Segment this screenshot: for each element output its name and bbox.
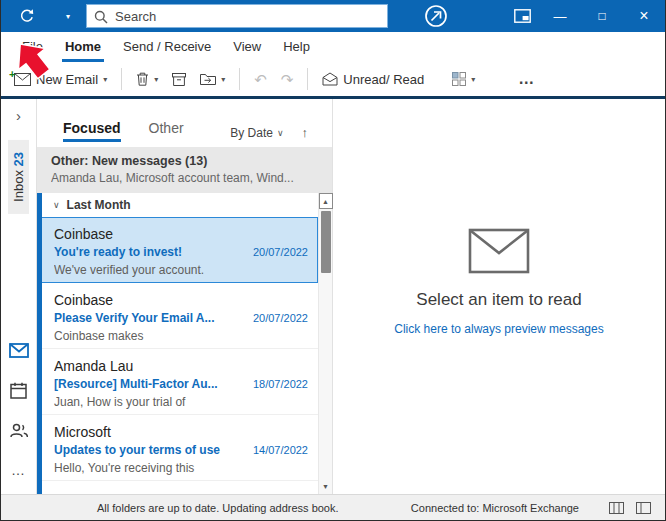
list-scrollbar[interactable]: ▲ ▼ [318,193,332,494]
menu-tab-file[interactable]: File [11,39,54,62]
menu-tab-help[interactable]: Help [272,39,321,62]
archive-icon [172,73,186,86]
email-preview: Juan, How is your trial of [54,395,308,410]
empty-state-title: Select an item to read [416,290,581,310]
send-receive-button[interactable] [14,3,40,29]
banner-title: Other: New messages (13) [51,154,320,168]
people-nav-button[interactable] [7,420,31,440]
calendar-icon [10,382,27,399]
delete-button[interactable]: ▾ [129,67,165,91]
inbox-vertical-tab[interactable]: Inbox 23 [8,140,29,214]
email-date: 18/07/2022 [253,378,308,390]
pip-icon [514,9,531,23]
status-connection-text: Connected to: Microsoft Exchange [411,502,579,514]
move-to-button[interactable]: ▾ [193,68,232,90]
calendar-nav-button[interactable] [7,380,31,400]
titlebar-right-controls: — □ × [419,0,665,32]
scroll-down-button[interactable]: ▼ [319,478,333,494]
mail-nav-button[interactable] [7,340,31,360]
email-preview: Hello, You're receiving this [54,461,308,476]
chevron-down-icon: ▾ [103,75,107,84]
reply-button[interactable]: ↶ [247,67,274,92]
trash-icon [136,72,149,86]
envelope-icon [14,73,31,86]
email-subject: Please Verify Your Email A... [54,311,245,326]
ribbon-toolbar: + New Email ▾ ▾ ▾ ↶ ↷ Unread/ Read [1,62,665,96]
move-folder-icon [200,73,216,85]
inbox-unread-count: 23 [11,152,26,166]
new-email-label: New Email [36,72,98,87]
forward-button[interactable]: ↷ [274,67,301,92]
email-sender: Coinbase [54,225,308,243]
unread-read-button[interactable]: Unread/ Read [315,67,431,92]
email-sender: Coinbase [54,291,308,309]
module-switcher: … [7,340,31,480]
quick-access-toolbar: ▾ [1,3,70,29]
email-subject: Updates to your terms of use [54,443,245,458]
archive-button[interactable] [165,68,193,91]
sort-by-button[interactable]: By Date ∨ [230,126,283,140]
main-area: › Inbox 23 … Focused O [1,99,665,494]
email-row[interactable]: Microsoft Updates to your terms of use 1… [37,415,318,481]
maximize-button[interactable]: □ [581,0,623,32]
pip-button[interactable] [505,0,539,32]
minimize-button[interactable]: — [539,0,581,32]
new-plus-icon: + [9,68,15,80]
group-header-last-month[interactable]: ∨ Last Month [37,193,332,217]
email-subject: You're ready to invest! [54,245,245,260]
email-date: 20/07/2022 [253,312,308,324]
scroll-up-button[interactable]: ▲ [319,193,333,209]
tab-focused[interactable]: Focused [63,120,121,140]
sync-icon [19,8,35,24]
always-preview-link[interactable]: Click here to always preview messages [394,322,603,336]
ribbon-separator [121,68,122,90]
coming-soon-button[interactable] [419,0,453,32]
collapse-chevron-icon: ∨ [53,200,60,210]
chevron-down-icon: ▾ [154,75,158,84]
email-rows: Coinbase You're ready to invest! 20/07/2… [37,217,318,481]
ribbon-separator [239,68,240,90]
other-inbox-banner[interactable]: Other: New messages (13) Amanda Lau, Mic… [37,147,332,193]
new-email-button[interactable]: + New Email ▾ [7,67,114,92]
undo-arrow-icon: ↶ [254,72,267,87]
email-subject: [Resource] Multi-Factor Au... [54,377,245,392]
unread-read-label: Unread/ Read [343,72,424,87]
title-bar: ▾ — □ × [1,0,665,32]
group-header-label: Last Month [67,198,131,212]
expand-folder-pane-button[interactable]: › [16,107,21,124]
email-sender: Amanda Lau [54,357,308,375]
navigation-rail: › Inbox 23 … [1,99,37,494]
status-folders-text: All folders are up to date. Updating add… [97,502,339,514]
search-box[interactable] [86,4,388,28]
search-input[interactable] [87,5,387,27]
status-bar: All folders are up to date. Updating add… [1,494,665,520]
reading-pane: Select an item to read Click here to alw… [333,99,665,494]
sort-direction-button[interactable]: ↑ [302,125,309,140]
more-commands-button[interactable]: … [508,70,544,88]
email-row[interactable]: Amanda Lau [Resource] Multi-Factor Au...… [37,349,318,415]
chevron-down-icon: ∨ [277,128,284,138]
email-row[interactable]: Coinbase You're ready to invest! 20/07/2… [37,217,318,283]
tab-other[interactable]: Other [149,120,184,140]
open-envelope-icon [322,72,338,86]
customize-toolbar-chevron-icon[interactable]: ▾ [66,12,70,21]
banner-preview: Amanda Lau, Microsoft account team, Wind… [51,171,320,185]
unread-indicator-bar [37,193,42,494]
change-view-button[interactable]: ▾ [445,67,482,91]
sort-by-label: By Date [230,126,273,140]
email-preview: We've verified your account. [54,263,308,278]
outlook-window: ▾ — □ × File Home Send / Receive View He… [0,0,666,521]
reading-view-button[interactable] [636,502,651,514]
close-button[interactable]: × [623,0,665,32]
mail-icon [9,343,29,358]
email-row[interactable]: Coinbase Please Verify Your Email A... 2… [37,283,318,349]
scroll-thumb[interactable] [321,211,331,273]
menu-tab-home[interactable]: Home [54,39,112,62]
view-shortcuts [609,502,651,514]
rail-more-button[interactable]: … [7,460,31,480]
menu-tab-send-receive[interactable]: Send / Receive [112,39,222,62]
menu-tab-view[interactable]: View [222,39,272,62]
normal-view-button[interactable] [609,502,624,514]
message-list-pane: Focused Other By Date ∨ ↑ Other: New mes… [37,99,333,494]
normal-view-icon [609,502,624,514]
